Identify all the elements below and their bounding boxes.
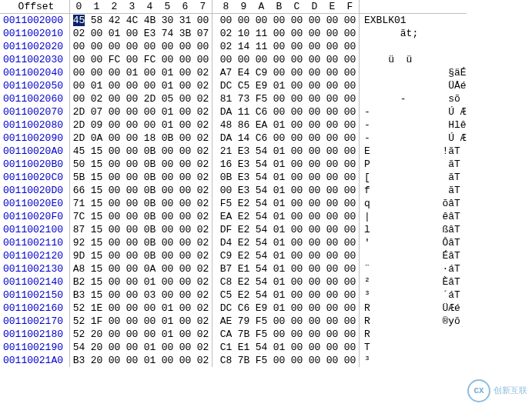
hex-cell[interactable]: 00	[159, 184, 176, 197]
hex-cell[interactable]: 00	[159, 197, 176, 210]
hex-cell[interactable]: 00	[70, 40, 89, 53]
hex-cell[interactable]: 00	[270, 27, 288, 40]
offset-cell[interactable]: 00110020F0	[0, 210, 70, 223]
hex-cell[interactable]: E2	[235, 223, 253, 236]
hex-cell[interactable]: 00	[288, 118, 306, 132]
hex-cell[interactable]: 00	[341, 249, 360, 262]
hex-cell[interactable]: 00	[306, 289, 323, 302]
hex-cell[interactable]: 00	[123, 249, 141, 262]
ascii-cell[interactable]: ÜÅé	[360, 79, 467, 92]
hex-cell[interactable]: 00	[323, 197, 341, 210]
hex-cell[interactable]: 00	[123, 328, 141, 341]
hex-cell[interactable]: 00	[341, 66, 360, 79]
hex-cell[interactable]: B3	[70, 289, 89, 302]
ascii-cell[interactable]: q õâT	[360, 197, 467, 210]
ascii-cell[interactable]: - Ú Æ	[360, 105, 467, 118]
hex-cell[interactable]: 05	[159, 92, 176, 105]
hex-cell[interactable]: 00	[159, 53, 176, 66]
hex-cell[interactable]: 00	[306, 158, 323, 171]
hex-cell[interactable]: 00	[341, 118, 360, 132]
hex-cell[interactable]: 02	[194, 275, 212, 289]
hex-cell[interactable]: 00	[105, 184, 123, 197]
hex-cell[interactable]: 00	[105, 118, 123, 132]
hex-cell[interactable]: 00	[176, 210, 194, 223]
hex-cell[interactable]: 54	[253, 262, 270, 275]
hex-cell[interactable]: 00	[105, 210, 123, 223]
hex-cell[interactable]: 00	[70, 79, 89, 92]
hex-cell[interactable]: 7B	[235, 354, 253, 367]
offset-cell[interactable]: 0011002060	[0, 92, 70, 105]
hex-cell[interactable]: 00	[217, 53, 235, 66]
hex-cell[interactable]: 00	[123, 118, 141, 132]
hex-cell[interactable]: 11	[253, 40, 270, 53]
offset-cell[interactable]: 00110020E0	[0, 197, 70, 210]
hex-cell[interactable]: 00	[306, 341, 323, 354]
hex-cell[interactable]: 01	[270, 184, 288, 197]
hex-cell[interactable]: 00	[270, 328, 288, 341]
hex-cell[interactable]: 00	[306, 302, 323, 315]
hex-cell[interactable]: 02	[194, 236, 212, 249]
ascii-cell[interactable]: T	[360, 341, 467, 354]
ascii-cell[interactable]: §äÉ	[360, 66, 467, 79]
hex-cell[interactable]: 00	[176, 315, 194, 328]
hex-cell[interactable]: 02	[194, 262, 212, 275]
hex-cell[interactable]: 00	[306, 328, 323, 341]
hex-cell[interactable]: 00	[323, 354, 341, 367]
hex-cell[interactable]: 00	[159, 40, 176, 53]
hex-cell[interactable]: 00	[323, 105, 341, 118]
hex-cell[interactable]: 02	[217, 40, 235, 53]
ascii-cell[interactable]: ² ÈâT	[360, 275, 467, 289]
hex-cell[interactable]: 00	[270, 92, 288, 105]
hex-cell[interactable]: 00	[288, 315, 306, 328]
hex-cell[interactable]: 00	[159, 275, 176, 289]
hex-cell[interactable]: 01	[270, 118, 288, 132]
hex-cell[interactable]: 14	[235, 40, 253, 53]
hex-cell[interactable]: 00	[105, 249, 123, 262]
hex-cell[interactable]: 00	[159, 354, 176, 367]
hex-cell[interactable]: 00	[159, 210, 176, 223]
hex-cell[interactable]: 01	[159, 302, 176, 315]
hex-cell[interactable]: 81	[217, 92, 235, 105]
hex-cell[interactable]: 7C	[70, 210, 89, 223]
hex-cell[interactable]: 00	[323, 40, 341, 53]
hex-cell[interactable]: 00	[123, 302, 141, 315]
hex-cell[interactable]: 00	[306, 79, 323, 92]
hex-cell[interactable]: 00	[105, 66, 123, 79]
offset-cell[interactable]: 0011002070	[0, 105, 70, 118]
hex-cell[interactable]: 02	[194, 184, 212, 197]
hex-cell[interactable]: 00	[288, 249, 306, 262]
hex-cell[interactable]: F5	[253, 328, 270, 341]
hex-cell[interactable]: 00	[288, 302, 306, 315]
offset-cell[interactable]: 0011002010	[0, 27, 70, 40]
hex-cell[interactable]: 00	[323, 158, 341, 171]
hex-cell[interactable]: 00	[123, 262, 141, 275]
hex-cell[interactable]: B7	[217, 262, 235, 275]
hex-cell[interactable]: 2D	[141, 92, 159, 105]
hex-cell[interactable]: 74	[159, 27, 176, 40]
hex-cell[interactable]: 00	[341, 236, 360, 249]
hex-cell[interactable]: E2	[235, 210, 253, 223]
ascii-cell[interactable]: R	[360, 328, 467, 341]
hex-cell[interactable]: 00	[341, 210, 360, 223]
hex-cell[interactable]: 00	[159, 171, 176, 184]
offset-cell[interactable]: 00110020C0	[0, 171, 70, 184]
hex-cell[interactable]: 00	[288, 14, 306, 28]
hex-cell[interactable]: 00	[176, 223, 194, 236]
hex-cell[interactable]: 00	[341, 27, 360, 40]
hex-cell[interactable]: 73	[235, 92, 253, 105]
hex-cell[interactable]: 00	[253, 14, 270, 28]
hex-cell[interactable]: 00	[123, 184, 141, 197]
hex-cell[interactable]: 00	[105, 171, 123, 184]
hex-cell[interactable]: 00	[323, 171, 341, 184]
hex-cell[interactable]: E2	[235, 236, 253, 249]
hex-cell[interactable]: 00	[141, 66, 159, 79]
hex-cell[interactable]: 00	[105, 341, 123, 354]
hex-cell[interactable]: 00	[270, 14, 288, 28]
hex-cell[interactable]: E3	[235, 158, 253, 171]
ascii-cell[interactable]: ' ÔâT	[360, 236, 467, 249]
hex-cell[interactable]: 00	[323, 249, 341, 262]
hex-cell[interactable]: 11	[235, 105, 253, 118]
hex-cell[interactable]: 02	[194, 158, 212, 171]
hex-cell[interactable]: 00	[123, 289, 141, 302]
hex-cell[interactable]: 0A	[141, 262, 159, 275]
